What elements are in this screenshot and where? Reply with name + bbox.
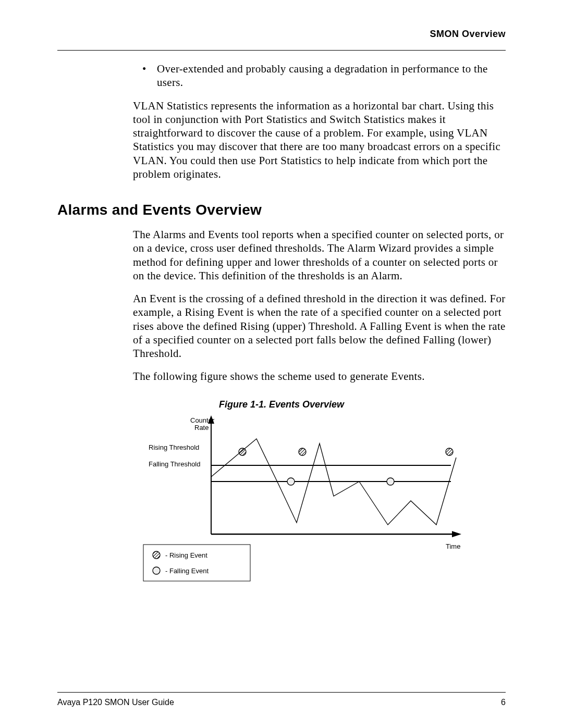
legend-falling-label: - Falling Event [165,567,209,575]
figure-caption: Figure 1-1. Events Overview [57,399,506,410]
rising-event-marker [299,448,306,455]
bullet-marker: • [133,62,157,90]
header-rule [57,50,506,51]
paragraph: The following figure shows the scheme us… [133,369,506,383]
y-axis-label-2: Rate [194,424,209,431]
header-title: SMON Overview [430,29,506,39]
page: SMON Overview • Over-extended and probab… [0,0,563,728]
rising-threshold-label: Rising Threshold [149,443,199,451]
section-heading: Alarms and Events Overview [57,202,506,218]
paragraph: The Alarms and Events tool reports when … [133,228,506,282]
legend-rising-label: - Rising Event [165,551,207,559]
bullet-list: • Over-extended and probably causing a d… [133,62,506,90]
bullet-text: Over-extended and probably causing a deg… [157,62,506,90]
y-axis-label-1: Counter [190,416,215,424]
legend-box [143,545,250,581]
rising-event-marker [446,448,453,455]
footer-rule [57,692,506,693]
legend-falling-icon [153,567,160,574]
falling-event-marker [387,478,394,485]
svg-marker-4 [452,531,461,537]
page-header: SMON Overview [57,29,506,40]
footer-left: Avaya P120 SMON User Guide [57,698,174,707]
page-footer: Avaya P120 SMON User Guide 6 [57,688,506,707]
events-chart: Counter Rate Rising Threshold Falling Th… [133,414,498,591]
x-axis-label: Time [446,542,460,550]
paragraph: An Event is the crossing of a defined th… [133,292,506,360]
rising-event-marker [239,448,246,455]
bullet-item: • Over-extended and probably causing a d… [133,62,506,90]
footer-page-number: 6 [501,698,506,707]
falling-event-marker [287,478,295,485]
falling-threshold-label: Falling Threshold [149,460,200,468]
legend-rising-icon [153,551,160,559]
paragraph: VLAN Statistics represents the informati… [133,99,506,181]
figure: Counter Rate Rising Threshold Falling Th… [133,414,506,591]
